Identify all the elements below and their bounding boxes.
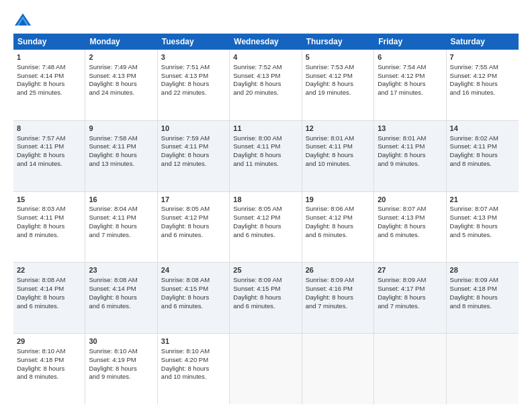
logo-icon (13, 12, 32, 28)
day-info-line: Sunset: 4:11 PM (17, 214, 81, 222)
day-info-line: Sunset: 4:12 PM (233, 214, 298, 222)
day-info-line: Daylight: 8 hours (450, 222, 515, 231)
day-number: 10 (161, 124, 226, 134)
day-info-line: and 6 minutes. (161, 302, 226, 311)
day-number: 31 (161, 336, 226, 347)
day-info-line: Sunset: 4:11 PM (89, 214, 153, 222)
day-number: 29 (17, 336, 81, 347)
day-info-line: Daylight: 8 hours (378, 80, 442, 89)
calendar: SundayMondayTuesdayWednesdayThursdayFrid… (13, 34, 519, 404)
calendar-row-5: 29Sunrise: 8:10 AMSunset: 4:18 PMDayligh… (13, 334, 519, 404)
day-info-line: Daylight: 8 hours (17, 293, 81, 302)
calendar-cell: 18Sunrise: 8:05 AMSunset: 4:12 PMDayligh… (230, 192, 302, 263)
day-info-line: Daylight: 8 hours (378, 151, 442, 160)
calendar-cell: 5Sunrise: 7:53 AMSunset: 4:12 PMDaylight… (302, 50, 374, 120)
calendar-cell: 12Sunrise: 8:01 AMSunset: 4:11 PMDayligh… (302, 121, 374, 191)
day-info-line: Sunrise: 8:07 AM (450, 205, 515, 214)
day-info-line: Sunrise: 8:02 AM (450, 134, 515, 143)
day-info-line: Daylight: 8 hours (450, 151, 515, 160)
day-info-line: Sunrise: 7:53 AM (306, 63, 370, 72)
calendar-cell: 16Sunrise: 8:04 AMSunset: 4:11 PMDayligh… (85, 192, 157, 263)
day-number: 12 (306, 124, 370, 134)
day-info-line: Daylight: 8 hours (378, 293, 442, 302)
day-info-line: Daylight: 8 hours (306, 151, 370, 160)
day-info-line: Daylight: 8 hours (233, 293, 298, 302)
day-number: 28 (450, 265, 515, 275)
day-info-line: Daylight: 8 hours (89, 365, 153, 373)
day-info-line: Sunrise: 7:58 AM (89, 134, 153, 143)
day-info-line: Sunset: 4:19 PM (89, 356, 153, 365)
day-number: 11 (233, 124, 298, 134)
calendar-header: SundayMondayTuesdayWednesdayThursdayFrid… (13, 34, 519, 50)
day-info-line: and 8 minutes. (17, 373, 81, 381)
day-info-line: and 6 minutes. (306, 231, 370, 240)
header-day-thursday: Thursday (302, 34, 374, 50)
day-info-line: Daylight: 8 hours (306, 222, 370, 231)
header-day-monday: Monday (85, 34, 157, 50)
page: SundayMondayTuesdayWednesdayThursdayFrid… (0, 0, 532, 411)
calendar-cell: 28Sunrise: 8:09 AMSunset: 4:18 PMDayligh… (447, 263, 519, 333)
calendar-cell: 26Sunrise: 8:09 AMSunset: 4:16 PMDayligh… (302, 263, 374, 333)
day-info-line: and 5 minutes. (450, 231, 515, 240)
header-day-saturday: Saturday (447, 34, 519, 50)
day-info-line: Sunset: 4:14 PM (17, 72, 81, 81)
day-info-line: and 6 minutes. (89, 302, 153, 311)
calendar-cell: 30Sunrise: 8:10 AMSunset: 4:19 PMDayligh… (85, 334, 157, 404)
day-info-line: and 17 minutes. (378, 89, 442, 97)
day-number: 21 (450, 195, 515, 205)
calendar-cell (447, 334, 519, 404)
day-info-line: and 8 minutes. (450, 160, 515, 169)
day-info-line: and 19 minutes. (306, 89, 370, 97)
calendar-row-2: 8Sunrise: 7:57 AMSunset: 4:11 PMDaylight… (13, 121, 519, 192)
day-info-line: and 6 minutes. (161, 231, 226, 240)
day-info-line: and 9 minutes. (378, 160, 442, 169)
day-info-line: Sunrise: 7:57 AM (17, 134, 81, 143)
day-number: 22 (17, 265, 81, 275)
day-info-line: Sunrise: 8:04 AM (89, 205, 153, 214)
day-info-line: Sunset: 4:12 PM (378, 72, 442, 81)
calendar-cell: 10Sunrise: 7:59 AMSunset: 4:11 PMDayligh… (158, 121, 230, 191)
day-info-line: Sunset: 4:12 PM (306, 72, 370, 81)
day-info-line: Sunset: 4:11 PM (306, 142, 370, 151)
header-day-sunday: Sunday (13, 34, 85, 50)
day-info-line: Sunrise: 8:10 AM (89, 347, 153, 356)
day-info-line: Sunrise: 8:06 AM (306, 205, 370, 214)
calendar-cell: 7Sunrise: 7:55 AMSunset: 4:12 PMDaylight… (447, 50, 519, 120)
day-info-line: Sunset: 4:13 PM (89, 72, 153, 81)
calendar-body: 1Sunrise: 7:48 AMSunset: 4:14 PMDaylight… (13, 50, 519, 404)
calendar-cell: 15Sunrise: 8:03 AMSunset: 4:11 PMDayligh… (13, 192, 85, 263)
calendar-cell: 1Sunrise: 7:48 AMSunset: 4:14 PMDaylight… (13, 50, 85, 120)
day-number: 3 (161, 52, 226, 62)
calendar-cell: 27Sunrise: 8:09 AMSunset: 4:17 PMDayligh… (374, 263, 446, 333)
day-number: 18 (233, 195, 298, 205)
day-info-line: Sunset: 4:11 PM (450, 142, 515, 151)
calendar-cell: 24Sunrise: 8:08 AMSunset: 4:15 PMDayligh… (158, 263, 230, 333)
day-info-line: Sunrise: 8:08 AM (161, 276, 226, 285)
day-info-line: Sunset: 4:16 PM (306, 285, 370, 293)
header-day-tuesday: Tuesday (158, 34, 230, 50)
day-info-line: Sunrise: 8:10 AM (17, 347, 81, 356)
day-info-line: Sunrise: 8:05 AM (233, 205, 298, 214)
day-info-line: Sunrise: 7:55 AM (450, 63, 515, 72)
calendar-cell: 4Sunrise: 7:52 AMSunset: 4:13 PMDaylight… (230, 50, 302, 120)
day-info-line: and 13 minutes. (89, 160, 153, 169)
day-info-line: Sunrise: 8:08 AM (17, 276, 81, 285)
calendar-cell: 20Sunrise: 8:07 AMSunset: 4:13 PMDayligh… (374, 192, 446, 263)
calendar-cell: 6Sunrise: 7:54 AMSunset: 4:12 PMDaylight… (374, 50, 446, 120)
calendar-cell: 11Sunrise: 8:00 AMSunset: 4:11 PMDayligh… (230, 121, 302, 191)
day-info-line: and 6 minutes. (233, 302, 298, 311)
day-info-line: Sunrise: 8:09 AM (450, 276, 515, 285)
day-info-line: and 25 minutes. (17, 89, 81, 97)
day-info-line: Sunset: 4:11 PM (17, 142, 81, 151)
calendar-cell: 31Sunrise: 8:10 AMSunset: 4:20 PMDayligh… (158, 334, 230, 404)
day-number: 17 (161, 195, 226, 205)
day-info-line: Daylight: 8 hours (161, 365, 226, 373)
day-info-line: and 14 minutes. (17, 160, 81, 169)
day-number: 24 (161, 265, 226, 275)
calendar-cell: 23Sunrise: 8:08 AMSunset: 4:14 PMDayligh… (85, 263, 157, 333)
day-info-line: Sunset: 4:12 PM (450, 72, 515, 81)
day-number: 6 (378, 52, 442, 62)
calendar-cell (230, 334, 302, 404)
day-info-line: and 10 minutes. (161, 373, 226, 381)
day-number: 25 (233, 265, 298, 275)
